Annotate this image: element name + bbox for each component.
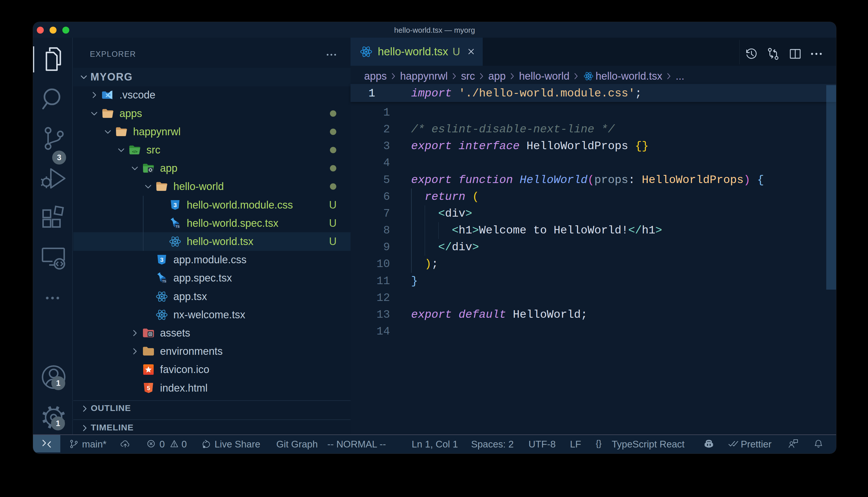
svg-text:5: 5 <box>147 385 150 391</box>
svg-text:3: 3 <box>174 202 177 208</box>
svg-text:TS: TS <box>162 280 166 283</box>
svg-text:3: 3 <box>160 256 164 263</box>
svg-text:TS: TS <box>175 225 179 228</box>
svg-text:</>: </> <box>132 150 138 154</box>
